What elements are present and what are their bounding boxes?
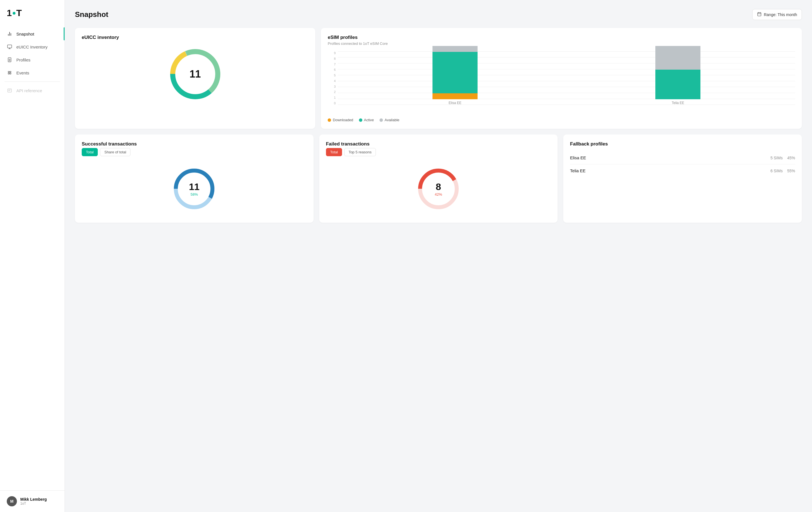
failed-donut-center: 8 42% xyxy=(435,181,442,196)
y-label: 6 xyxy=(328,68,336,71)
sidebar-item-events[interactable]: Events xyxy=(0,66,64,79)
fallback-list: Elisa EE 5 SIMs 45% Telia EE 6 SIMs 55% xyxy=(570,152,795,177)
range-button[interactable]: Range: This month xyxy=(752,9,802,20)
successful-donut-center: 11 58% xyxy=(189,181,200,196)
legend-available: Available xyxy=(379,118,400,122)
esim-card-title: eSIM profiles xyxy=(328,35,795,40)
bar-label-elisa: Elisa EE xyxy=(448,101,461,105)
fallback-card-title: Fallback profiles xyxy=(570,141,795,147)
bar-label-telia: Telia EE xyxy=(672,101,684,105)
logo-text: 1 T xyxy=(7,8,22,18)
logo-dot-icon xyxy=(13,12,16,15)
fallback-row-elisa: Elisa EE 5 SIMs 45% xyxy=(570,152,795,164)
euicc-donut-container: 11 xyxy=(82,42,309,105)
cards-bottom-row: Successful transactions Total Share of t… xyxy=(75,134,802,223)
sidebar-item-label: Profiles xyxy=(16,57,30,62)
calendar-icon xyxy=(757,12,761,17)
sidebar-item-label: Events xyxy=(16,71,29,75)
svg-point-10 xyxy=(8,71,9,73)
bar-stack-elisa xyxy=(433,46,477,99)
fallback-name-elisa: Elisa EE xyxy=(570,155,586,160)
chart-legend: Downloaded Active Available xyxy=(328,118,795,122)
euicc-inventory-card: eUICC inventory 11 xyxy=(75,28,315,129)
euicc-donut: 11 xyxy=(167,46,224,102)
legend-dot-active xyxy=(359,118,362,122)
logo-t: T xyxy=(16,8,22,18)
y-label: 3 xyxy=(328,85,336,88)
sidebar-item-label: Snapshot xyxy=(16,32,34,36)
bar-chart-icon xyxy=(7,31,12,37)
esim-profiles-card: eSIM profiles Profiles connected to 1oT … xyxy=(321,28,802,129)
fallback-pct-telia: 55% xyxy=(787,169,795,173)
fallback-pct-elisa: 45% xyxy=(787,156,795,160)
tab-share-success[interactable]: Share of total xyxy=(100,148,130,156)
sidebar-item-euicc-inventory[interactable]: eUICC Inventory xyxy=(0,40,64,53)
fallback-name-telia: Telia EE xyxy=(570,168,585,173)
failed-percent: 42% xyxy=(435,192,442,196)
svg-rect-3 xyxy=(8,45,12,48)
y-label: 9 xyxy=(328,51,336,55)
events-icon xyxy=(7,70,12,76)
bar-segment-available xyxy=(655,46,700,70)
tab-total-failed[interactable]: Total xyxy=(326,148,342,156)
api-icon xyxy=(7,88,12,93)
y-label: 8 xyxy=(328,57,336,60)
failed-transactions-card: Failed transactions Total Top 5 reasons … xyxy=(319,134,558,223)
sidebar-nav: Snapshot eUICC Inventory Profiles xyxy=(0,25,64,490)
page-header: Snapshot Range: This month xyxy=(75,9,802,20)
svg-point-12 xyxy=(8,73,9,75)
legend-downloaded: Downloaded xyxy=(328,118,353,122)
y-label: 0 xyxy=(328,102,336,105)
successful-transactions-card: Successful transactions Total Share of t… xyxy=(75,134,314,223)
svg-point-13 xyxy=(10,73,11,75)
successful-donut-container: 11 58% xyxy=(82,162,307,216)
euicc-card-title: eUICC inventory xyxy=(82,35,309,40)
y-label: 7 xyxy=(328,62,336,66)
failed-donut-container: 8 42% xyxy=(326,162,551,216)
failed-value: 8 xyxy=(435,181,442,192)
y-axis: 9 8 7 6 5 4 3 2 1 0 xyxy=(328,51,336,105)
legend-label-downloaded: Downloaded xyxy=(333,118,353,122)
legend-label-available: Available xyxy=(384,118,400,122)
nav-divider xyxy=(4,81,60,82)
fallback-row-telia: Telia EE 6 SIMs 55% xyxy=(570,164,795,177)
sidebar-item-label: eUICC Inventory xyxy=(16,45,48,49)
sidebar-footer: M Mikk Lemberg 1oT xyxy=(0,490,64,512)
monitor-icon xyxy=(7,44,12,50)
logo-1: 1 xyxy=(7,8,12,18)
tab-total-success[interactable]: Total xyxy=(82,148,98,156)
main-content: Snapshot Range: This month eUICC invento… xyxy=(65,0,812,512)
failed-tabs: Total Top 5 reasons xyxy=(326,148,551,156)
sidebar-item-api-reference: API reference xyxy=(0,84,64,97)
successful-percent: 58% xyxy=(189,192,200,196)
user-company: 1oT xyxy=(20,502,47,506)
fallback-right-elisa: 5 SIMs 45% xyxy=(770,156,795,160)
bar-segment-available xyxy=(433,46,477,52)
bar-segment-downloaded xyxy=(433,93,477,99)
bar-stack-telia xyxy=(655,46,700,99)
bar-column-elisa: Elisa EE xyxy=(355,46,555,105)
esim-card-subtitle: Profiles connected to 1oT eSIM Core xyxy=(328,42,795,46)
y-label: 4 xyxy=(328,79,336,83)
bars-container: Elisa EE Telia EE xyxy=(338,51,795,105)
euicc-total: 11 xyxy=(190,68,201,80)
footer-info: Mikk Lemberg 1oT xyxy=(20,497,47,506)
bar-column-telia: Telia EE xyxy=(578,46,778,105)
bar-segment-active xyxy=(655,70,700,99)
tab-reasons-failed[interactable]: Top 5 reasons xyxy=(344,148,376,156)
sim-icon xyxy=(7,57,12,62)
failed-card-title: Failed transactions xyxy=(326,141,551,147)
bar-segment-active xyxy=(433,52,477,93)
y-label: 5 xyxy=(328,74,336,77)
user-name: Mikk Lemberg xyxy=(20,497,47,502)
successful-tabs: Total Share of total xyxy=(82,148,307,156)
sidebar-item-snapshot[interactable]: Snapshot xyxy=(0,27,64,40)
logo: 1 T xyxy=(0,0,64,25)
avatar: M xyxy=(7,496,17,506)
y-label: 2 xyxy=(328,90,336,93)
sidebar-item-profiles[interactable]: Profiles xyxy=(0,53,64,66)
range-label: Range: This month xyxy=(764,12,797,17)
legend-dot-downloaded xyxy=(328,118,331,122)
legend-label-active: Active xyxy=(364,118,374,122)
cards-top-row: eUICC inventory 11 xyxy=(75,28,802,129)
